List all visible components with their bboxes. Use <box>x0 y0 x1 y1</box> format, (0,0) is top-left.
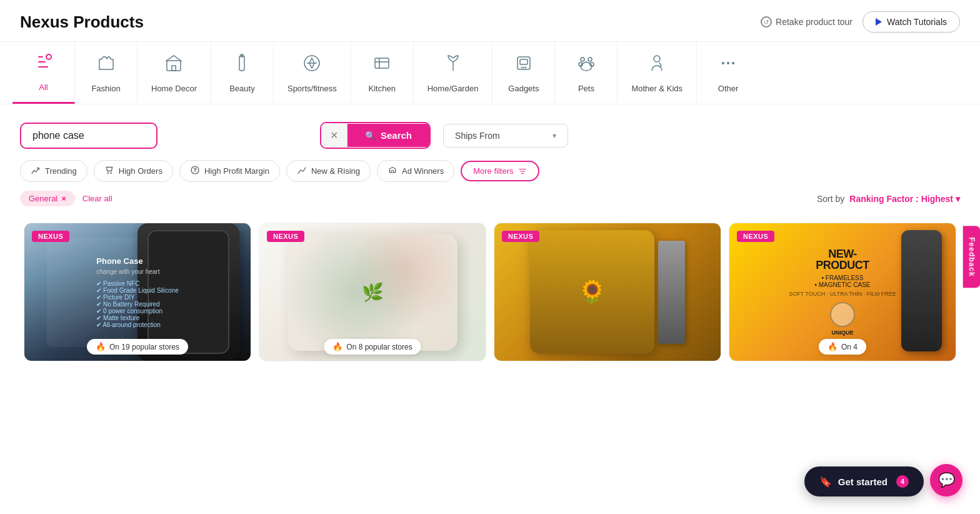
fire-icon: 🔥 <box>828 342 838 351</box>
pets-category-icon <box>576 53 596 78</box>
clear-all-button[interactable]: Clear all <box>82 194 112 203</box>
new-rising-filter-icon <box>297 165 307 177</box>
nexus-badge: NEXUS <box>502 231 539 242</box>
kitchen-category-icon <box>372 53 392 78</box>
product-card-product-1[interactable]: Phone Case change with your heart ✔ Pass… <box>24 223 251 361</box>
svg-point-19 <box>732 62 734 64</box>
chevron-down-icon: ▾ <box>552 131 556 140</box>
category-item-all[interactable]: All <box>12 42 75 104</box>
svg-point-18 <box>727 62 729 64</box>
ships-from-dropdown[interactable]: Ships From ▾ <box>443 124 568 148</box>
search-btn-label: Search <box>381 130 412 141</box>
filter-chips-row: Trending High Orders High Profit Margin … <box>0 149 980 182</box>
category-item-home-decor[interactable]: Home Decor <box>138 42 211 104</box>
general-tag-remove[interactable]: × <box>61 194 66 203</box>
category-item-mother-kids[interactable]: Mother & Kids <box>618 42 697 104</box>
product-image-product-4: NEW-PRODUCT • FRAMELESS • MAGNETIC CASE … <box>729 223 956 361</box>
active-filters-row: General × Clear all Sort by Ranking Fact… <box>0 182 980 206</box>
search-input[interactable] <box>20 123 158 149</box>
high-orders-filter-label: High Orders <box>119 166 162 176</box>
popular-stores-badge: 🔥 On 4 <box>819 339 866 355</box>
sort-value[interactable]: Ranking Factor : Highest ▾ <box>849 194 960 204</box>
sort-chevron-icon: ▾ <box>956 194 960 204</box>
retake-tour-label: Retake product tour <box>776 17 852 27</box>
mother-kids-category-label: Mother & Kids <box>631 84 682 93</box>
new-rising-filter-label: New & Rising <box>311 166 360 176</box>
svg-rect-6 <box>375 58 389 68</box>
watch-tutorials-button[interactable]: Watch Tutorials <box>862 11 960 33</box>
category-item-home-garden[interactable]: Home/Garden <box>414 42 493 104</box>
svg-point-0 <box>46 54 51 59</box>
product-grid: Phone Case change with your heart ✔ Pass… <box>0 206 980 365</box>
home-garden-category-label: Home/Garden <box>428 84 479 93</box>
svg-point-20 <box>108 173 109 174</box>
product-card-product-2[interactable]: 🌿 NEXUS 🔥 On 8 popular stores <box>259 223 486 361</box>
category-item-kitchen[interactable]: Kitchen <box>351 42 414 104</box>
product-image-product-3: 🌻 NEXUS <box>494 223 721 361</box>
filter-chip-trending[interactable]: Trending <box>20 160 88 182</box>
sports-fitness-category-icon <box>302 53 322 78</box>
svg-point-13 <box>588 58 592 61</box>
category-item-pets[interactable]: Pets <box>555 42 618 104</box>
svg-rect-2 <box>172 66 176 71</box>
feedback-tab[interactable]: Feedback <box>962 226 980 288</box>
beauty-category-label: Beauty <box>229 84 254 93</box>
general-filter-tag[interactable]: General × <box>20 191 75 206</box>
svg-point-11 <box>525 67 526 68</box>
kitchen-category-label: Kitchen <box>369 84 396 93</box>
category-item-gadgets[interactable]: Gadgets <box>492 42 555 104</box>
play-icon <box>876 18 882 26</box>
header-actions: ↺ Retake product tour Watch Tutorials <box>761 11 960 33</box>
filter-lines-icon <box>518 167 527 176</box>
nexus-badge: NEXUS <box>737 231 774 242</box>
product-card-product-3[interactable]: 🌻 NEXUS <box>494 223 721 361</box>
more-filters-label: More filters <box>473 166 513 176</box>
filter-chip-ad-winners[interactable]: Ad Winners <box>377 160 454 182</box>
retake-tour-button[interactable]: ↺ Retake product tour <box>761 16 852 28</box>
ships-from-label: Ships From <box>455 131 500 141</box>
watch-tutorials-label: Watch Tutorials <box>887 17 947 27</box>
svg-rect-3 <box>239 56 244 71</box>
home-garden-category-icon <box>443 53 463 78</box>
product-image-product-1: Phone Case change with your heart ✔ Pass… <box>24 223 251 361</box>
header: Nexus Products ↺ Retake product tour Wat… <box>0 0 980 42</box>
trending-filter-icon <box>31 165 41 177</box>
category-item-other[interactable]: Other <box>697 42 759 104</box>
fashion-category-icon <box>96 53 116 78</box>
all-category-label: All <box>39 83 48 92</box>
other-category-icon <box>718 53 738 78</box>
nexus-badge: NEXUS <box>267 231 304 242</box>
fire-icon: 🔥 <box>332 342 342 351</box>
trending-filter-label: Trending <box>45 166 77 176</box>
home-decor-category-label: Home Decor <box>151 84 197 93</box>
svg-rect-7 <box>518 57 530 69</box>
more-filters-button[interactable]: More filters <box>461 161 539 181</box>
general-tag-label: General <box>29 194 58 203</box>
category-item-sports-fitness[interactable]: Sports/fitness <box>274 42 351 104</box>
product-card-product-4[interactable]: NEW-PRODUCT • FRAMELESS • MAGNETIC CASE … <box>729 223 956 361</box>
sports-fitness-category-label: Sports/fitness <box>288 84 337 93</box>
stores-label: On 8 popular stores <box>346 343 412 351</box>
pets-category-label: Pets <box>578 84 594 93</box>
sort-by-label: Sort by <box>817 194 844 204</box>
page-title: Nexus Products <box>20 13 144 32</box>
stores-label: On 4 <box>841 343 858 351</box>
filter-chip-new-rising[interactable]: New & Rising <box>286 160 371 182</box>
nexus-badge: NEXUS <box>32 231 69 242</box>
category-item-beauty[interactable]: Beauty <box>211 42 274 104</box>
sort-value-text: Ranking Factor : Highest <box>849 194 953 204</box>
search-icon: 🔍 <box>365 131 376 141</box>
search-button[interactable]: 🔍 Search <box>348 124 429 147</box>
svg-point-12 <box>581 58 584 61</box>
ad-winners-filter-icon <box>388 165 398 177</box>
svg-point-9 <box>521 67 522 68</box>
category-item-fashion[interactable]: Fashion <box>75 42 138 104</box>
search-clear-button[interactable]: ✕ <box>321 123 348 148</box>
filter-chip-high-orders[interactable]: High Orders <box>94 160 173 182</box>
search-section: ✕ 🔍 Search Ships From ▾ <box>0 104 980 149</box>
active-tags: General × Clear all <box>20 191 112 206</box>
gadgets-category-label: Gadgets <box>508 84 539 93</box>
gadgets-category-icon <box>514 53 534 78</box>
filter-chip-high-profit[interactable]: High Profit Margin <box>179 160 280 182</box>
sort-row: Sort by Ranking Factor : Highest ▾ <box>817 194 960 204</box>
